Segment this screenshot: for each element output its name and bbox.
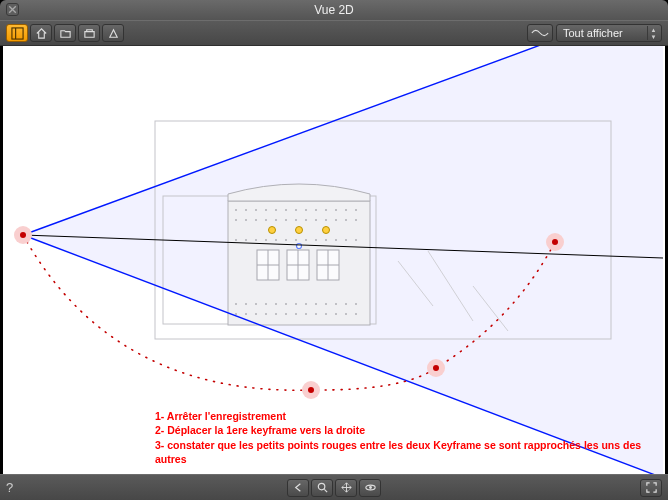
svg-point-20: [275, 219, 277, 221]
keyframe-3[interactable]: [427, 359, 445, 377]
svg-point-13: [335, 209, 337, 211]
svg-line-89: [324, 489, 327, 492]
svg-point-91: [369, 486, 372, 489]
building: [228, 184, 370, 325]
svg-point-36: [305, 239, 307, 241]
dropdown-label: Tout afficher: [563, 27, 623, 39]
svg-point-33: [275, 239, 277, 241]
keyframe-4[interactable]: [546, 233, 564, 251]
pan-button[interactable]: [335, 479, 357, 497]
display-filter-dropdown[interactable]: Tout afficher ▲ ▼: [556, 24, 662, 42]
keyframe-1[interactable]: [14, 226, 32, 244]
view-mode-group: [6, 24, 124, 42]
top-toolbar: Tout afficher ▲ ▼: [0, 20, 668, 46]
svg-point-19: [265, 219, 267, 221]
svg-rect-0: [11, 27, 22, 38]
shape-button[interactable]: [102, 24, 124, 42]
svg-point-51: [325, 303, 327, 305]
svg-point-25: [325, 219, 327, 221]
svg-point-10: [305, 209, 307, 211]
dropdown-stepper[interactable]: ▲ ▼: [647, 26, 659, 40]
light-marker: [323, 227, 330, 234]
svg-point-40: [345, 239, 347, 241]
annot-line: 3- constater que les petits points rouge…: [155, 438, 665, 466]
svg-point-59: [275, 313, 277, 315]
panels-view-button[interactable]: [6, 24, 28, 42]
svg-point-18: [255, 219, 257, 221]
svg-point-21: [285, 219, 287, 221]
undo-nav-button[interactable]: [287, 479, 309, 497]
center-marker: [297, 244, 302, 249]
stepper-down-icon: ▼: [648, 33, 659, 40]
fit-view-button[interactable]: [640, 479, 662, 497]
svg-point-22: [295, 219, 297, 221]
svg-point-64: [325, 313, 327, 315]
svg-point-62: [305, 313, 307, 315]
light-marker: [269, 227, 276, 234]
help-button[interactable]: ?: [6, 480, 26, 495]
svg-point-65: [335, 313, 337, 315]
window-title: Vue 2D: [314, 3, 354, 17]
svg-point-55: [235, 313, 237, 315]
svg-point-3: [235, 209, 237, 211]
close-button[interactable]: [6, 3, 19, 16]
svg-point-53: [345, 303, 347, 305]
svg-point-30: [245, 239, 247, 241]
svg-point-88: [318, 483, 324, 490]
svg-point-23: [305, 219, 307, 221]
svg-point-57: [255, 313, 257, 315]
svg-point-4: [245, 209, 247, 211]
svg-point-24: [315, 219, 317, 221]
light-marker: [296, 227, 303, 234]
svg-point-56: [245, 313, 247, 315]
folder-button[interactable]: [54, 24, 76, 42]
svg-point-28: [355, 219, 357, 221]
svg-point-15: [355, 209, 357, 211]
annot-line: 2- Déplacer la 1ere keyframe vers la dro…: [155, 423, 665, 437]
svg-point-44: [255, 303, 257, 305]
svg-point-52: [335, 303, 337, 305]
orbit-button[interactable]: [359, 479, 381, 497]
svg-point-16: [235, 219, 237, 221]
svg-point-63: [315, 313, 317, 315]
annotation-overlay: 1- Arrêter l'enregistrement 2- Déplacer …: [155, 409, 665, 466]
svg-point-58: [265, 313, 267, 315]
svg-point-39: [335, 239, 337, 241]
stepper-up-icon: ▲: [648, 26, 659, 33]
bottom-toolbar: ?: [0, 474, 668, 500]
svg-point-43: [245, 303, 247, 305]
svg-point-32: [265, 239, 267, 241]
svg-point-5: [255, 209, 257, 211]
svg-point-27: [345, 219, 347, 221]
svg-point-41: [355, 239, 357, 241]
svg-point-66: [345, 313, 347, 315]
titlebar: Vue 2D: [0, 0, 668, 20]
svg-point-14: [345, 209, 347, 211]
annot-line: 1- Arrêter l'enregistrement: [155, 409, 665, 423]
svg-point-7: [275, 209, 277, 211]
nav-tool-group: [287, 479, 381, 497]
svg-point-37: [315, 239, 317, 241]
viewport-2d[interactable]: 1- Arrêter l'enregistrement 2- Déplacer …: [3, 46, 665, 474]
svg-point-38: [325, 239, 327, 241]
svg-point-67: [355, 313, 357, 315]
svg-point-9: [295, 209, 297, 211]
svg-point-81: [20, 232, 26, 238]
svg-point-17: [245, 219, 247, 221]
zoom-button[interactable]: [311, 479, 333, 497]
svg-point-48: [295, 303, 297, 305]
svg-point-6: [265, 209, 267, 211]
svg-point-87: [552, 239, 558, 245]
svg-point-54: [355, 303, 357, 305]
box-button[interactable]: [78, 24, 100, 42]
svg-point-45: [265, 303, 267, 305]
svg-point-35: [295, 239, 297, 241]
animation-curve-button[interactable]: [527, 24, 553, 42]
svg-point-60: [285, 313, 287, 315]
keyframe-2[interactable]: [302, 381, 320, 399]
home-view-button[interactable]: [30, 24, 52, 42]
svg-point-29: [235, 239, 237, 241]
svg-point-42: [235, 303, 237, 305]
svg-point-31: [255, 239, 257, 241]
svg-point-46: [275, 303, 277, 305]
